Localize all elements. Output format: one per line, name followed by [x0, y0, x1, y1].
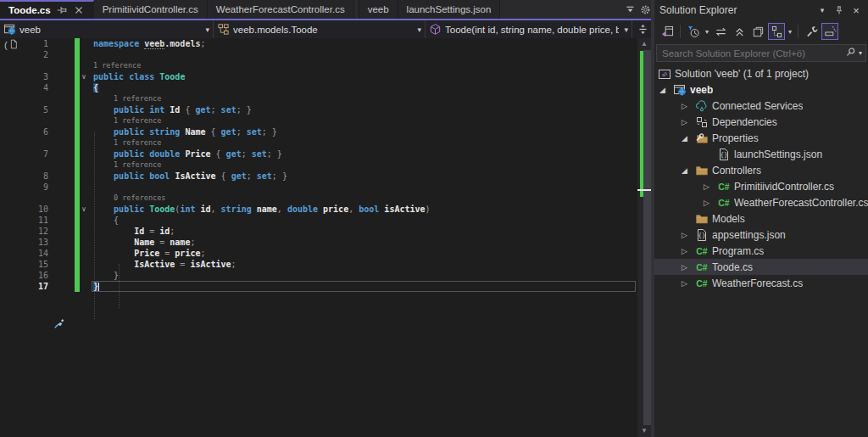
tab-veeb[interactable]: veeb	[359, 0, 398, 19]
close-icon[interactable]	[73, 4, 85, 16]
glyph-margin[interactable]	[48, 82, 93, 93]
tree-item-properties[interactable]: ◢Properties	[654, 130, 868, 146]
glyph-margin[interactable]	[48, 226, 93, 237]
quick-actions-screwdriver-icon[interactable]	[53, 317, 67, 331]
search-input[interactable]	[660, 48, 845, 59]
pin-icon[interactable]	[832, 3, 846, 17]
glyph-margin[interactable]	[48, 259, 93, 270]
collapse-all-icon[interactable]	[731, 23, 748, 40]
tab-label: launchSettings.json	[407, 4, 492, 14]
solution-explorer-search[interactable]: ▾	[656, 44, 866, 62]
codelens-references[interactable]: 1 reference	[0, 115, 637, 126]
tree-item-connected-services[interactable]: ▷Connected Services	[654, 98, 868, 114]
scrollbar-up-arrow[interactable]: ▲	[637, 38, 651, 50]
glyph-margin[interactable]	[48, 49, 93, 60]
tab-list-dropdown-icon[interactable]	[622, 0, 637, 19]
codelens-references[interactable]: 0 references	[0, 193, 637, 204]
project-dropdown[interactable]: veeb ▾	[0, 20, 214, 38]
tab-label: PrimitiividController.cs	[103, 4, 198, 14]
tab-toode-cs[interactable]: Toode.cs	[0, 0, 94, 19]
tree-item-weatherforecast-cs[interactable]: ▷C#WeatherForecast.cs	[654, 275, 868, 291]
type-dropdown[interactable]: veeb.models.Toode ▾	[214, 20, 426, 38]
collapsed-arrow-icon[interactable]: ▷	[702, 199, 717, 207]
collapsed-arrow-icon[interactable]: ▷	[680, 263, 695, 272]
glyph-margin[interactable]	[48, 38, 93, 49]
glyph-margin[interactable]	[48, 104, 93, 115]
properties-wrench-icon[interactable]	[803, 23, 820, 40]
tree-item-weatherforecastcontroller-cs[interactable]: ▷C#WeatherForecastController.cs	[654, 194, 868, 210]
tree-item-label: launchSettings.json	[734, 148, 822, 160]
code-line-7: 7 public double Price { get; set; }	[0, 148, 637, 160]
codelens-references[interactable]: 1 reference	[0, 60, 637, 71]
search-options-chevron-icon[interactable]: ▾	[859, 49, 862, 57]
glyph-margin[interactable]	[48, 171, 93, 182]
tree-item-models[interactable]: Models	[654, 210, 868, 227]
expanded-arrow-icon[interactable]: ◢	[680, 134, 695, 143]
glyph-margin[interactable]	[48, 126, 93, 137]
tree-item-solution-veeb-1-of-1-project[interactable]: ∞Solution 'veeb' (1 of 1 project)	[654, 65, 868, 81]
show-all-files-icon[interactable]	[749, 23, 766, 40]
glyph-margin[interactable]	[48, 270, 93, 281]
editor-scrollbar[interactable]: ▲ ▼	[637, 38, 651, 437]
member-dropdown[interactable]: Toode(int id, string name, double price,…	[426, 20, 632, 38]
tree-item-program-cs[interactable]: ▷C#Program.cs	[654, 243, 868, 259]
code-editor[interactable]: ( 1namespace veeb.models;21 reference3pu…	[0, 38, 653, 437]
dropdown-chevron-icon[interactable]: ▾	[703, 28, 711, 36]
tree-item-primitiividcontroller-cs[interactable]: ▷C#PrimitiividController.cs	[654, 178, 868, 194]
split-editor-button[interactable]	[632, 20, 653, 38]
line-number: 15	[0, 259, 48, 270]
preview-selected-items-icon[interactable]	[821, 23, 838, 40]
code-line-12: 12 Id = id;	[0, 226, 637, 237]
codelens-references[interactable]: 1 reference	[0, 93, 637, 104]
expanded-arrow-icon[interactable]: ◢	[658, 86, 673, 94]
collapsed-arrow-icon[interactable]: ▷	[702, 182, 717, 191]
code-text: Name = name;	[93, 237, 195, 248]
dropdown-chevron-icon[interactable]: ▾	[786, 28, 794, 36]
collapsed-arrow-icon[interactable]: ▷	[680, 231, 695, 239]
tree-item-dependencies[interactable]: ▷Dependencies	[654, 114, 868, 130]
tree-item-controllers[interactable]: ◢Controllers	[654, 162, 868, 178]
line-number: 9	[0, 182, 48, 193]
glyph-margin[interactable]	[48, 182, 93, 193]
svg-text:∞: ∞	[659, 69, 669, 79]
tree-item-toode-cs[interactable]: ▷C#Toode.cs	[654, 259, 868, 275]
tree-item-launchsettings-json[interactable]: {}launchSettings.json	[654, 146, 868, 162]
glyph-margin[interactable]	[48, 248, 93, 259]
svg-text:{}: {}	[698, 232, 705, 239]
outlining-collapse-icon[interactable]: ∨	[81, 204, 92, 215]
file-nesting-icon[interactable]	[768, 23, 785, 40]
codelens-references[interactable]: 1 reference	[0, 160, 637, 171]
tab-launchsettings-json[interactable]: launchSettings.json	[398, 0, 501, 19]
collapsed-arrow-icon[interactable]: ▷	[680, 118, 695, 126]
expanded-arrow-icon[interactable]: ◢	[680, 166, 695, 175]
tab-primitiividcontroller-cs[interactable]: PrimitiividController.cs	[94, 0, 208, 19]
close-icon[interactable]: ×	[849, 3, 863, 17]
current-line-border	[92, 281, 636, 292]
collapsed-arrow-icon[interactable]: ▷	[680, 102, 695, 110]
codelens-references[interactable]: 1 reference	[0, 137, 637, 148]
glyph-margin[interactable]	[48, 281, 93, 292]
tree-item-appsettings-json[interactable]: ▷{}appsettings.json	[654, 227, 868, 243]
scrollbar-thumb[interactable]	[643, 50, 651, 425]
tab-weatherforecastcontroller-cs[interactable]: WeatherForecastController.cs	[208, 0, 354, 19]
switch-views-icon[interactable]	[659, 23, 676, 40]
code-line-14: 14 Price = price;	[0, 248, 637, 259]
panel-title: Solution Explorer	[659, 4, 812, 16]
glyph-margin[interactable]	[48, 148, 93, 160]
collapsed-arrow-icon[interactable]: ▷	[680, 247, 695, 255]
tab-label: Toode.cs	[8, 5, 51, 15]
glyph-margin[interactable]	[48, 237, 93, 248]
solution-explorer-toolbar: ▾▾	[654, 20, 868, 42]
pin-icon[interactable]	[56, 4, 68, 16]
code-text: namespace veeb.models;	[93, 38, 206, 49]
scrollbar-down-arrow[interactable]: ▼	[637, 425, 651, 437]
window-position-chevron-icon[interactable]: ▾	[815, 3, 829, 17]
pending-changes-filter-icon[interactable]	[685, 23, 702, 40]
tree-item-veeb[interactable]: ◢veeb	[654, 81, 868, 98]
search-icon[interactable]	[845, 46, 856, 61]
tree-item-label: Controllers	[712, 165, 761, 176]
glyph-margin[interactable]	[48, 215, 93, 226]
sync-with-active-document-icon[interactable]	[712, 23, 729, 40]
outlining-collapse-icon[interactable]: ∨	[81, 71, 92, 82]
collapsed-arrow-icon[interactable]: ▷	[680, 279, 695, 288]
